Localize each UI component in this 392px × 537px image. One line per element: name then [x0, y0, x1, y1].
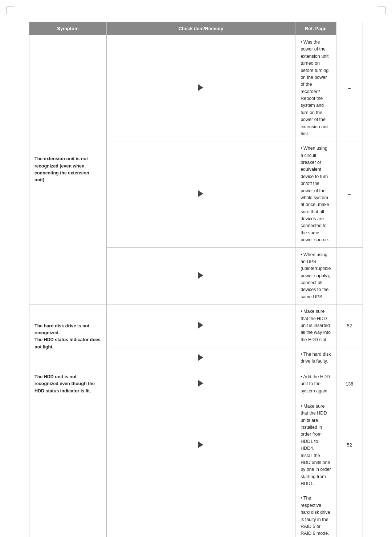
page-container: Symptom Check item/Remedy Ref. Page The … — [0, 0, 392, 537]
symptom-cell-1: The hard disk drive is not recognized.Th… — [29, 304, 107, 369]
remedy-cell-1-1: • The hard disk drive is faulty. — [295, 347, 336, 369]
symptom-cell-3: The HDD indicator is being lit red/blink… — [29, 399, 107, 537]
arrow-icon — [198, 190, 203, 197]
header-symptom: Symptom — [29, 22, 107, 35]
arrow-icon — [198, 272, 203, 279]
ref-cell-1-1: – — [336, 347, 363, 369]
ref-cell-3-1: 126 — [336, 491, 363, 537]
arrow-icon — [198, 441, 203, 448]
table-row: The hard disk drive is not recognized.Th… — [29, 304, 363, 347]
arrow-cell — [106, 347, 295, 369]
ref-cell-0-0: – — [336, 35, 363, 141]
table-row: The extension unit is not recognized (ev… — [29, 35, 363, 141]
arrow-cell — [106, 399, 295, 491]
symptom-cell-0: The extension unit is not recognized (ev… — [29, 35, 107, 304]
ref-cell-2-0: 138 — [336, 369, 363, 399]
remedy-cell-2-0: • Add the HDD unit to the system again. — [295, 369, 336, 399]
arrow-cell — [106, 369, 295, 399]
remedy-cell-3-0: • Make sure that the HDD units are insta… — [295, 399, 336, 491]
symptom-cell-2: The HDD unit is not recognized even thou… — [29, 369, 107, 399]
header-check: Check item/Remedy — [106, 22, 295, 35]
remedy-cell-3-1: • The respective hard disk drive is faul… — [295, 491, 336, 537]
arrow-icon — [198, 322, 203, 328]
arrow-cell — [106, 141, 295, 247]
corner-mark-tr — [378, 7, 385, 14]
arrow-icon — [198, 84, 203, 91]
remedy-cell-1-0: • Make sure that the HDD unit is inserte… — [295, 304, 336, 347]
corner-mark-tl — [7, 7, 14, 14]
remedy-cell-0-0: • Was the power of the extension unit tu… — [295, 35, 336, 141]
arrow-cell — [106, 35, 295, 141]
table-row: The HDD unit is not recognized even thou… — [29, 369, 363, 399]
ref-cell-1-0: 52 — [336, 304, 363, 347]
ref-cell-0-1: – — [336, 141, 363, 247]
arrow-cell — [106, 304, 295, 347]
table-row: The HDD indicator is being lit red/blink… — [29, 399, 363, 491]
ref-cell-0-2: – — [336, 247, 363, 304]
arrow-cell — [106, 247, 295, 304]
header-ref: Ref. Page — [295, 22, 336, 35]
remedy-cell-0-1: • When using a circuit breaker or equiva… — [295, 141, 336, 247]
arrow-icon — [198, 354, 203, 361]
arrow-cell — [106, 491, 295, 537]
main-table: Symptom Check item/Remedy Ref. Page The … — [29, 22, 363, 537]
ref-cell-3-0: 52 — [336, 399, 363, 491]
arrow-icon — [198, 380, 203, 387]
remedy-cell-0-2: • When using an UPS (uninterruptible pow… — [295, 247, 336, 304]
